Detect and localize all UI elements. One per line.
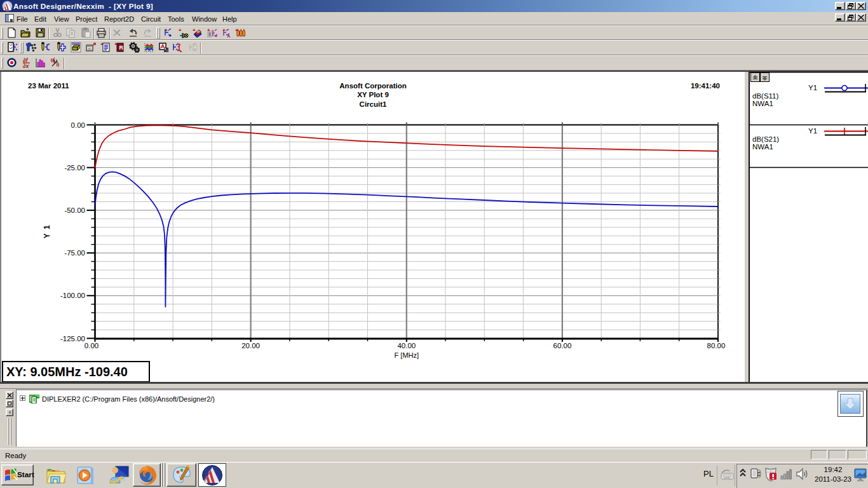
svg-text:NWA1: NWA1 bbox=[752, 143, 773, 151]
svg-text:0.00: 0.00 bbox=[85, 342, 98, 349]
svg-text:60.00: 60.00 bbox=[553, 342, 572, 349]
svg-text:80.00: 80.00 bbox=[707, 342, 726, 349]
svg-text:+: + bbox=[179, 27, 182, 33]
svg-text:∂x: ∂x bbox=[23, 63, 29, 69]
svg-text:dB(S11): dB(S11) bbox=[752, 92, 779, 100]
svg-text:40.00: 40.00 bbox=[397, 342, 416, 349]
svg-text:-125.00: -125.00 bbox=[60, 335, 85, 342]
svg-text:F [MHz]: F [MHz] bbox=[395, 351, 419, 359]
svg-text:Y1: Y1 bbox=[808, 84, 817, 92]
svg-text:NWA1: NWA1 bbox=[752, 100, 773, 107]
svg-text:-50.00: -50.00 bbox=[64, 207, 85, 214]
svg-text:0.00: 0.00 bbox=[71, 121, 85, 129]
svg-text:Y1: Y1 bbox=[808, 127, 817, 135]
svg-text:Y 1: Y 1 bbox=[43, 224, 51, 238]
svg-text:-75.00: -75.00 bbox=[64, 249, 85, 257]
svg-text:-100.00: -100.00 bbox=[60, 292, 85, 299]
svg-text:-25.00: -25.00 bbox=[64, 164, 85, 172]
svg-text:+: + bbox=[193, 27, 196, 33]
svg-text:R: R bbox=[119, 44, 124, 51]
svg-text:dB(S21): dB(S21) bbox=[752, 135, 779, 143]
svg-text:20.00: 20.00 bbox=[241, 342, 260, 349]
